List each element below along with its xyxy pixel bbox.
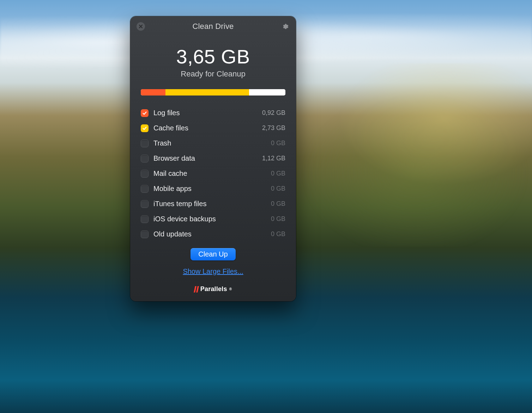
brand-footer: Parallels® (130, 285, 296, 293)
category-label: Trash (153, 139, 266, 147)
cleanup-button-label: Clean Up (198, 250, 228, 258)
category-size: 2,73 GB (262, 124, 285, 132)
category-row-browser-data: Browser data1,12 GB (141, 151, 285, 166)
category-row-ios-backups: iOS device backups0 GB (141, 211, 285, 227)
checkbox-cache-files[interactable] (141, 124, 149, 132)
total-size: 3,65 GB (130, 45, 296, 68)
category-label: Old updates (153, 230, 266, 238)
usage-bar-segment (141, 89, 165, 95)
checkbox-trash[interactable] (141, 140, 149, 147)
category-list: Log files0,92 GBCache files2,73 GBTrash0… (141, 105, 285, 242)
category-size: 0 GB (271, 215, 285, 223)
category-row-mobile-apps: Mobile apps0 GB (141, 181, 285, 196)
category-size: 0,92 GB (262, 109, 285, 117)
summary: 3,65 GB Ready for Cleanup (130, 45, 296, 79)
category-label: Mobile apps (153, 185, 266, 193)
actions: Clean Up Show Large Files... (130, 248, 296, 276)
category-row-itunes-temp: iTunes temp files0 GB (141, 196, 285, 211)
category-row-trash: Trash0 GB (141, 136, 285, 151)
category-row-mail-cache: Mail cache0 GB (141, 166, 285, 181)
checkbox-log-files[interactable] (141, 109, 149, 117)
category-row-old-updates: Old updates0 GB (141, 227, 285, 242)
category-row-log-files: Log files0,92 GB (141, 105, 285, 121)
category-label: Log files (153, 109, 257, 117)
checkbox-browser-data[interactable] (141, 155, 149, 162)
summary-subtitle: Ready for Cleanup (130, 69, 296, 79)
close-icon (139, 24, 143, 29)
category-label: iTunes temp files (153, 200, 266, 208)
checkbox-old-updates[interactable] (141, 230, 149, 238)
category-size: 0 GB (271, 140, 285, 147)
show-large-files-link[interactable]: Show Large Files... (183, 267, 243, 276)
category-size: 0 GB (271, 185, 285, 192)
checkmark-icon (142, 126, 147, 131)
gear-icon (282, 23, 289, 30)
category-label: Cache files (153, 124, 257, 132)
settings-button[interactable] (281, 22, 290, 31)
checkbox-mobile-apps[interactable] (141, 185, 149, 193)
category-row-cache-files: Cache files2,73 GB (141, 121, 285, 136)
category-label: Browser data (153, 154, 257, 162)
category-label: Mail cache (153, 169, 266, 178)
usage-bar-segment (165, 89, 249, 95)
category-size: 0 GB (271, 230, 285, 238)
checkbox-ios-backups[interactable] (141, 215, 149, 223)
category-size: 1,12 GB (262, 155, 285, 162)
checkbox-mail-cache[interactable] (141, 170, 149, 178)
category-size: 0 GB (271, 200, 285, 208)
checkbox-itunes-temp[interactable] (141, 200, 149, 208)
brand-mark: ® (229, 287, 232, 291)
usage-bar (141, 89, 285, 95)
category-label: iOS device backups (153, 215, 266, 223)
checkmark-icon (142, 111, 147, 116)
parallels-logo-icon (194, 286, 198, 292)
cleanup-button[interactable]: Clean Up (191, 248, 235, 260)
category-size: 0 GB (271, 170, 285, 177)
brand-name: Parallels (200, 285, 227, 293)
close-button[interactable] (137, 22, 145, 31)
titlebar: Clean Drive (130, 16, 296, 33)
window-title: Clean Drive (192, 22, 234, 31)
clean-drive-window: Clean Drive 3,65 GB Ready for Cleanup Lo… (130, 16, 296, 301)
usage-bar-segment (249, 89, 285, 95)
